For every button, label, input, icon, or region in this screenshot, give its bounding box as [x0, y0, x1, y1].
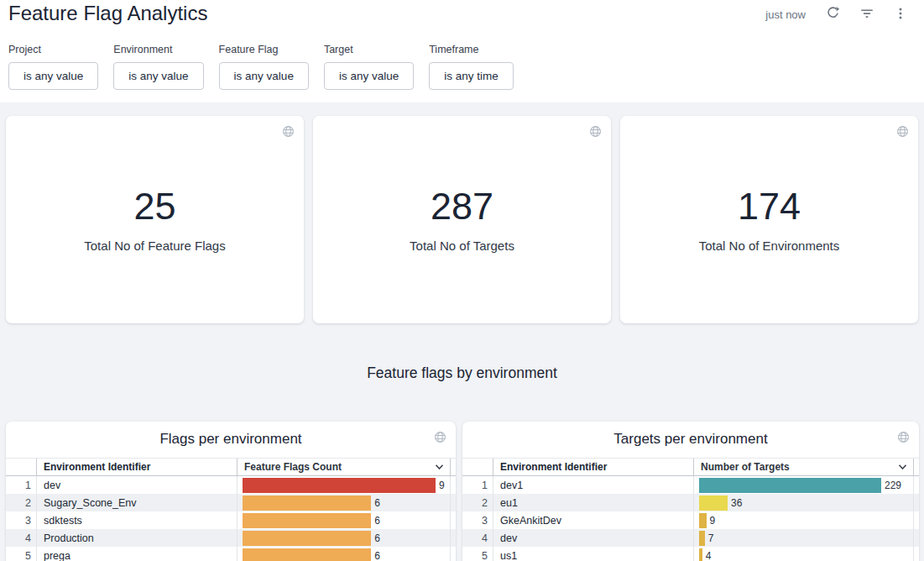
column-header-feature-flags-count[interactable]: Feature Flags Count — [237, 459, 451, 475]
refresh-icon — [826, 6, 840, 23]
value-bar[interactable] — [699, 513, 707, 528]
value-label: 6 — [374, 550, 380, 561]
filter-group-target: Target is any value — [324, 44, 414, 90]
kpi-card-feature-flags: 25 Total No of Feature Flags — [6, 116, 304, 323]
value-label: 9 — [439, 480, 445, 491]
row-number-cell: 3 — [462, 511, 493, 529]
value-label: 4 — [706, 550, 712, 561]
filter-bar: Project is any value Environment is any … — [8, 44, 514, 90]
environment-identifier-cell[interactable]: us1 — [493, 547, 693, 561]
environment-identifier-cell[interactable]: dev — [37, 476, 237, 494]
data-table: Environment Identifier Feature Flags Cou… — [6, 458, 456, 561]
table-body: 1 dev 9 2 Sugary_Scone_Env 6 3 sdktests … — [6, 476, 456, 561]
data-table: Environment Identifier Number of Targets… — [462, 458, 919, 561]
row-number-cell: 1 — [462, 476, 493, 494]
kpi-value: 287 — [431, 186, 493, 226]
row-number-header — [6, 459, 37, 475]
row-number-cell: 2 — [6, 494, 37, 511]
value-bar[interactable] — [243, 513, 371, 528]
section-title: Feature flags by environment — [0, 364, 924, 382]
filter-label: Feature Flag — [219, 44, 309, 55]
value-bar[interactable] — [243, 478, 436, 493]
table-row: 2 Sugary_Scone_Env 6 — [6, 494, 456, 511]
chevron-down-icon[interactable] — [435, 464, 444, 470]
row-number-cell: 5 — [6, 547, 37, 561]
filter-value-button-environment[interactable]: is any value — [113, 62, 203, 90]
globe-icon — [434, 431, 446, 443]
environment-identifier-cell[interactable]: Production — [37, 529, 237, 547]
value-bar[interactable] — [699, 495, 728, 511]
filter-value-button-project[interactable]: is any value — [8, 62, 98, 90]
table-row: 3 sdktests 6 — [6, 511, 456, 529]
table-body: 1 dev1 229 2 eu1 36 3 GkeAnkitDev 9 4 de… — [462, 476, 919, 561]
value-label: 9 — [710, 515, 716, 527]
environment-identifier-cell[interactable]: GkeAnkitDev — [493, 511, 693, 529]
chevron-down-icon[interactable] — [898, 464, 907, 470]
column-header-environment-identifier[interactable]: Environment Identifier — [493, 459, 693, 475]
kpi-label: Total No of Targets — [410, 239, 514, 253]
kpi-value: 25 — [133, 186, 175, 226]
column-header-environment-identifier[interactable]: Environment Identifier — [37, 459, 237, 475]
dashboard-header: Feature Flag Analytics just now — [0, 0, 924, 102]
filter-group-feature-flag: Feature Flag is any value — [219, 44, 309, 90]
table-header-row: Environment Identifier Feature Flags Cou… — [6, 458, 456, 476]
kpi-label: Total No of Feature Flags — [84, 239, 225, 253]
value-bar[interactable] — [699, 478, 881, 493]
value-label: 6 — [374, 532, 380, 544]
environment-identifier-cell[interactable]: sdktests — [37, 511, 237, 529]
table-row: 3 GkeAnkitDev 9 — [462, 511, 919, 529]
kebab-menu-icon — [894, 7, 907, 23]
more-menu-button[interactable] — [894, 7, 907, 23]
globe-icon — [897, 431, 910, 443]
environment-identifier-cell[interactable]: dev — [493, 529, 693, 547]
filter-value-button-feature-flag[interactable]: is any value — [219, 62, 309, 90]
value-bar[interactable] — [699, 531, 705, 546]
tile-title: Targets per environment — [462, 431, 919, 451]
filter-icon — [860, 7, 874, 23]
row-number-cell: 4 — [6, 529, 37, 547]
value-label: 6 — [374, 515, 380, 527]
value-label: 7 — [708, 532, 714, 544]
page-title: Feature Flag Analytics — [8, 2, 207, 25]
filter-value-button-target[interactable]: is any value — [324, 62, 414, 90]
filter-value-button-timeframe[interactable]: is any time — [429, 62, 514, 90]
row-number-cell: 5 — [462, 547, 493, 561]
globe-icon — [896, 125, 909, 138]
environment-identifier-cell[interactable]: prega — [37, 547, 237, 561]
value-bar[interactable] — [699, 548, 702, 561]
last-refreshed-label: just now — [765, 8, 806, 21]
value-bar-cell: 36 — [693, 494, 914, 511]
kpi-value: 174 — [738, 186, 801, 226]
dashboard-filters-button[interactable] — [860, 7, 874, 23]
value-bar[interactable] — [243, 495, 371, 511]
row-number-header — [462, 459, 493, 475]
kpi-card-targets: 287 Total No of Targets — [313, 116, 611, 323]
filter-label: Target — [324, 44, 414, 55]
value-label: 229 — [885, 480, 901, 491]
refresh-button[interactable] — [826, 6, 840, 23]
header-controls: just now — [765, 6, 907, 23]
kpi-label: Total No of Environments — [699, 239, 840, 253]
kpi-row: 25 Total No of Feature Flags 287 Total N… — [6, 116, 918, 323]
value-bar[interactable] — [243, 531, 371, 546]
value-bar-cell: 9 — [693, 511, 914, 529]
table-header-row: Environment Identifier Number of Targets — [462, 458, 919, 476]
value-bar-cell: 7 — [693, 529, 914, 547]
column-header-number-of-targets[interactable]: Number of Targets — [693, 459, 914, 475]
filter-label: Project — [8, 44, 98, 55]
value-label: 36 — [731, 497, 742, 509]
row-number-cell: 1 — [6, 476, 37, 494]
table-card-flags-per-environment: Flags per environment Environment Identi… — [6, 422, 456, 561]
value-label: 6 — [374, 497, 380, 509]
value-bar-cell: 6 — [237, 494, 451, 511]
table-card-targets-per-environment: Targets per environment Environment Iden… — [462, 422, 919, 561]
filter-group-environment: Environment is any value — [113, 44, 203, 90]
environment-identifier-cell[interactable]: eu1 — [493, 494, 693, 511]
table-row: 4 Production 6 — [6, 529, 456, 547]
value-bar[interactable] — [243, 548, 371, 561]
table-row: 4 dev 7 — [462, 529, 919, 547]
filter-group-project: Project is any value — [8, 44, 98, 90]
environment-identifier-cell[interactable]: Sugary_Scone_Env — [37, 494, 237, 511]
environment-identifier-cell[interactable]: dev1 — [493, 476, 693, 494]
table-row: 1 dev 9 — [6, 476, 456, 494]
